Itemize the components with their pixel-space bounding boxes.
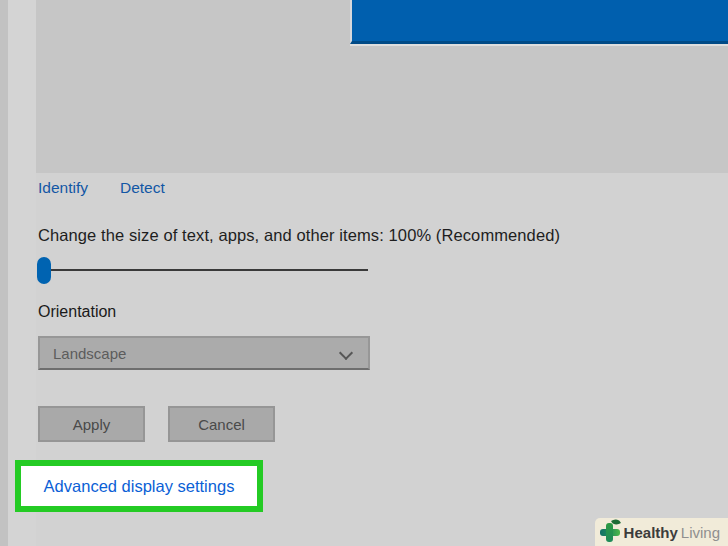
monitor-links-row: Identify Detect — [38, 179, 165, 197]
chevron-down-icon — [339, 346, 353, 360]
scaling-slider[interactable] — [37, 256, 370, 285]
orientation-selected-value: Landscape — [53, 345, 126, 362]
watermark-badge: Healthy Living — [595, 518, 728, 546]
cancel-button[interactable]: Cancel — [168, 406, 275, 442]
scaling-label: Change the size of text, apps, and other… — [38, 226, 560, 245]
window-left-edge — [0, 0, 8, 546]
selected-monitor-rect[interactable] — [350, 0, 728, 44]
watermark-brand-light: Living — [681, 524, 720, 541]
annotation-highlight-box: Advanced display settings — [15, 460, 263, 512]
display-settings-page: Identify Detect Change the size of text,… — [0, 0, 728, 546]
orientation-dropdown[interactable]: Landscape — [38, 336, 370, 370]
watermark-brand-bold: Healthy — [624, 524, 678, 541]
advanced-display-settings-link[interactable]: Advanced display settings — [44, 477, 235, 496]
cross-vertical-bar — [606, 523, 613, 542]
apply-button[interactable]: Apply — [38, 406, 145, 442]
orientation-label: Orientation — [38, 303, 116, 321]
monitor-preview-area — [36, 0, 728, 173]
identify-link[interactable]: Identify — [38, 179, 88, 197]
slider-track[interactable] — [40, 269, 368, 271]
green-cross-leaf-icon — [600, 522, 620, 542]
detect-link[interactable]: Detect — [120, 179, 165, 197]
slider-thumb[interactable] — [37, 257, 51, 284]
